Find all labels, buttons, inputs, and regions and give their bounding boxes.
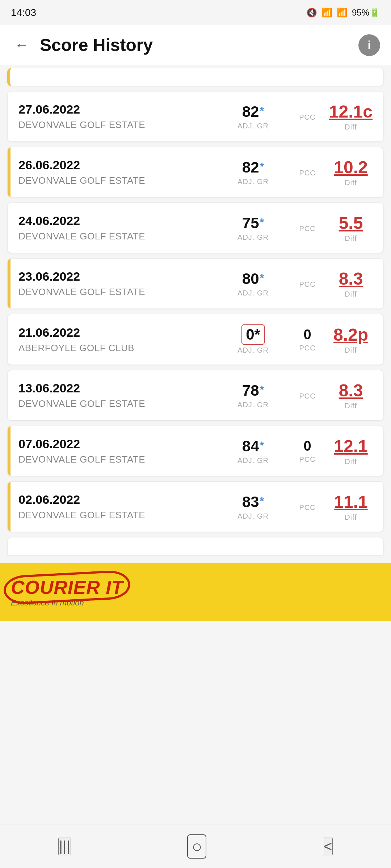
pcc-label: PCC — [299, 392, 315, 400]
mute-icon: 🔇 — [306, 8, 317, 18]
card-pcc: 0PCC — [293, 327, 322, 352]
star-icon: * — [260, 439, 264, 451]
pcc-value: 0 — [303, 438, 311, 454]
score-card[interactable]: 13.06.2022DEVONVALE GOLF ESTATE78*ADJ. G… — [7, 370, 384, 421]
page-title: Score History — [33, 35, 358, 55]
adj-score-value: 0* — [241, 324, 265, 345]
adj-score-value: 78* — [242, 382, 264, 399]
diff-label: Diff — [345, 123, 357, 131]
adj-label: ADJ. GR — [237, 122, 269, 130]
courier-brand: COURIER IT — [11, 576, 123, 598]
star-icon: * — [260, 272, 264, 284]
score-card[interactable]: 27.06.2022DEVONVALE GOLF ESTATE82*ADJ. G… — [7, 91, 384, 142]
diff-label: Diff — [345, 513, 357, 522]
card-diff: 12.1cDiff — [329, 102, 373, 131]
adj-label: ADJ. GR — [237, 346, 269, 354]
card-left: 26.06.2022DEVONVALE GOLF ESTATE — [18, 158, 220, 186]
adj-score-value: 83* — [242, 493, 264, 511]
diff-value: 12.1 — [334, 436, 367, 456]
card-diff: 10.2Diff — [329, 157, 373, 187]
card-pcc: 0PCC — [293, 438, 322, 464]
adj-score-value: 75* — [242, 214, 264, 232]
brand-text: COURIER IT — [11, 576, 123, 598]
star-icon: * — [260, 160, 264, 173]
star-icon: * — [260, 216, 264, 228]
diff-value: 5.5 — [339, 213, 363, 233]
card-date: 21.06.2022 — [18, 326, 220, 340]
card-left: 07.06.2022DEVONVALE GOLF ESTATE — [18, 437, 220, 465]
score-card[interactable]: 26.06.2022DEVONVALE GOLF ESTATE82*ADJ. G… — [7, 147, 384, 197]
wifi-icon: 📶 — [321, 8, 332, 18]
score-card[interactable]: 24.06.2022DEVONVALE GOLF ESTATE75*ADJ. G… — [7, 203, 384, 253]
battery-icon: 95%🔋 — [352, 8, 380, 18]
card-date: 27.06.2022 — [18, 102, 220, 116]
diff-value: 11.1 — [334, 492, 367, 512]
pcc-label: PCC — [299, 344, 315, 352]
adj-label: ADJ. GR — [237, 401, 269, 409]
menu-button[interactable]: ||| — [58, 838, 71, 855]
card-left: 21.06.2022ABERFOYLE GOLF CLUB — [18, 326, 220, 354]
diff-value: 8.2p — [333, 325, 368, 345]
card-left: 23.06.2022DEVONVALE GOLF ESTATE — [18, 269, 220, 298]
card-diff: 5.5Diff — [329, 213, 373, 243]
card-venue: DEVONVALE GOLF ESTATE — [18, 510, 220, 521]
card-venue: DEVONVALE GOLF ESTATE — [18, 119, 220, 131]
bottom-nav: ||| ○ < — [0, 825, 391, 868]
pcc-value: 0 — [303, 327, 311, 342]
partial-card-bottom — [7, 537, 384, 555]
card-pcc: PCC — [293, 502, 322, 512]
card-pcc: PCC — [293, 279, 322, 289]
adj-label: ADJ. GR — [237, 289, 269, 297]
card-left: 27.06.2022DEVONVALE GOLF ESTATE — [18, 102, 220, 131]
card-venue: DEVONVALE GOLF ESTATE — [18, 175, 220, 186]
card-adj-score: 82*ADJ. GR — [231, 103, 275, 130]
adj-label: ADJ. GR — [237, 512, 269, 520]
card-date: 24.06.2022 — [18, 214, 220, 228]
adj-score-value: 84* — [242, 438, 264, 455]
back-button[interactable]: ← — [11, 37, 33, 53]
pcc-label: PCC — [299, 503, 315, 512]
card-pcc: PCC — [293, 391, 322, 400]
adj-score-value: 80* — [242, 270, 264, 288]
card-diff: 8.3Diff — [329, 269, 373, 298]
back-nav-button[interactable]: < — [323, 838, 333, 855]
score-cards-container: 27.06.2022DEVONVALE GOLF ESTATE82*ADJ. G… — [7, 91, 384, 532]
pcc-label: PCC — [299, 113, 315, 122]
star-icon: * — [260, 105, 264, 117]
card-adj-score: 0*ADJ. GR — [231, 324, 275, 354]
diff-value: 10.2 — [334, 157, 367, 177]
card-adj-score: 78*ADJ. GR — [231, 382, 275, 409]
card-venue: DEVONVALE GOLF ESTATE — [18, 454, 220, 465]
card-diff: 8.3Diff — [329, 380, 373, 410]
info-button[interactable]: i — [358, 34, 380, 56]
home-button[interactable]: ○ — [187, 834, 206, 859]
star-icon: * — [255, 326, 260, 343]
courier-logo: COURIER IT Excellence in motion — [11, 576, 123, 608]
card-pcc: PCC — [293, 223, 322, 233]
ad-banner: COURIER IT Excellence in motion — [0, 563, 391, 621]
card-date: 23.06.2022 — [18, 269, 220, 284]
card-date: 26.06.2022 — [18, 158, 220, 172]
card-date: 02.06.2022 — [18, 493, 220, 507]
card-left: 13.06.2022DEVONVALE GOLF ESTATE — [18, 381, 220, 409]
diff-value: 8.3 — [339, 380, 363, 400]
card-left: 24.06.2022DEVONVALE GOLF ESTATE — [18, 214, 220, 242]
diff-label: Diff — [345, 402, 357, 410]
signal-icon: 📶 — [337, 8, 348, 18]
card-left: 02.06.2022DEVONVALE GOLF ESTATE — [18, 493, 220, 521]
diff-value: 8.3 — [339, 269, 363, 289]
card-diff: 12.1Diff — [329, 436, 373, 466]
card-adj-score: 75*ADJ. GR — [231, 214, 275, 242]
card-pcc: PCC — [293, 167, 322, 177]
score-card[interactable]: 21.06.2022ABERFOYLE GOLF CLUB0*ADJ. GR0P… — [7, 314, 384, 365]
score-card[interactable]: 02.06.2022DEVONVALE GOLF ESTATE83*ADJ. G… — [7, 481, 384, 532]
card-date: 07.06.2022 — [18, 437, 220, 451]
adj-score-value: 82* — [242, 159, 264, 176]
score-card[interactable]: 07.06.2022DEVONVALE GOLF ESTATE84*ADJ. G… — [7, 426, 384, 476]
score-card[interactable]: 23.06.2022DEVONVALE GOLF ESTATE80*ADJ. G… — [7, 258, 384, 309]
diff-label: Diff — [345, 346, 357, 354]
diff-label: Diff — [345, 179, 357, 187]
pcc-label: PCC — [299, 169, 315, 177]
diff-label: Diff — [345, 234, 357, 243]
score-list: 27.06.2022DEVONVALE GOLF ESTATE82*ADJ. G… — [0, 65, 391, 558]
